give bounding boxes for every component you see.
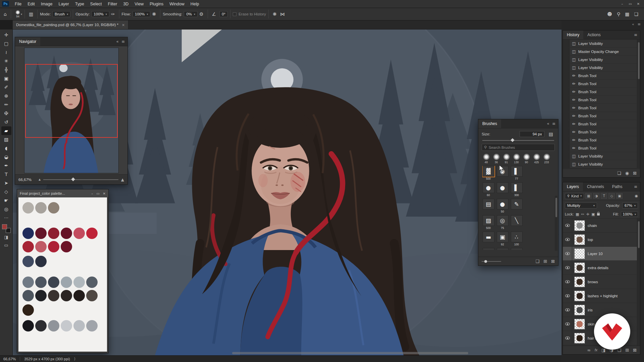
- recent-brush[interactable]: 130: [512, 154, 521, 164]
- color-swatch[interactable]: [86, 290, 98, 301]
- history-source-well[interactable]: [563, 128, 570, 136]
- fill-select[interactable]: 100% ▾: [621, 212, 638, 217]
- layer-thumbnail[interactable]: [574, 277, 585, 287]
- tab-navigator[interactable]: Navigator: [15, 37, 40, 46]
- layer-visibility-toggle[interactable]: [563, 233, 572, 246]
- menu-item[interactable]: Image: [38, 0, 56, 8]
- color-swatch[interactable]: [35, 228, 47, 239]
- lock-transparency-icon[interactable]: ▦: [576, 212, 579, 217]
- brush-preset-tile[interactable]: ▨: [483, 215, 494, 226]
- history-step[interactable]: ◫ Master Opacity Change: [563, 48, 640, 56]
- layer-name[interactable]: brows: [588, 280, 637, 284]
- zoom-in-icon[interactable]: ▲: [121, 177, 124, 182]
- brush-preset-tile[interactable]: ▣: [497, 232, 508, 242]
- layers-scrollbar[interactable]: [637, 219, 640, 346]
- history-source-well[interactable]: [563, 40, 570, 47]
- layer-thumbnail[interactable]: [574, 305, 585, 315]
- brush-tool[interactable]: ✏: [1, 100, 11, 109]
- brush-preset[interactable]: ╲: [511, 215, 523, 230]
- brush-preset[interactable]: ◎ 75: [496, 215, 508, 230]
- blend-mode-select[interactable]: Multiply ▾: [565, 202, 597, 208]
- brush-search-input[interactable]: ⚲ Search Brushes: [482, 144, 555, 151]
- history-brush-tool[interactable]: ↺: [1, 118, 11, 126]
- dock-menu-icon[interactable]: ≡: [638, 22, 641, 26]
- layer-visibility-toggle[interactable]: [563, 261, 572, 275]
- menu-item[interactable]: Layer: [55, 0, 72, 8]
- layer-row[interactable]: 8 top: [563, 233, 640, 247]
- brush-preset-tile[interactable]: ∵: [511, 248, 523, 250]
- layer-row[interactable]: 8 chain: [563, 219, 640, 233]
- menu-item[interactable]: Select: [87, 0, 105, 8]
- share-user-icon[interactable]: ☻: [605, 11, 614, 17]
- color-swatch[interactable]: [73, 320, 85, 331]
- tab-actions[interactable]: Actions: [583, 31, 604, 39]
- mode-select[interactable]: Brush ▾: [52, 11, 70, 17]
- navigator-zoom-value[interactable]: 66,67%: [18, 178, 36, 182]
- history-step[interactable]: ◫ Layer Visibility: [563, 160, 640, 168]
- healing-brush-tool[interactable]: ⊕: [1, 92, 11, 100]
- quick-mask-icon[interactable]: ◨: [1, 233, 11, 241]
- close-icon[interactable]: ✕: [635, 0, 642, 8]
- edit-toolbar-icon[interactable]: ⋯: [1, 214, 11, 222]
- color-swatch[interactable]: [22, 290, 34, 301]
- pen-tool[interactable]: ✒: [1, 161, 11, 170]
- zoom-out-icon[interactable]: ▲: [39, 178, 41, 181]
- layer-opacity-select[interactable]: 67% ▾: [622, 202, 638, 208]
- color-swatch[interactable]: [22, 304, 34, 316]
- erase-to-history-checkbox[interactable]: [233, 12, 236, 16]
- airbrush-icon[interactable]: ❋: [150, 11, 158, 17]
- filter-adjustment-icon[interactable]: ◑: [593, 193, 599, 199]
- history-source-well[interactable]: [563, 104, 570, 112]
- color-swatch[interactable]: [48, 320, 59, 331]
- tab-history[interactable]: History: [563, 31, 583, 39]
- color-swatch[interactable]: [22, 320, 34, 331]
- eraser-tool[interactable]: ▰: [1, 126, 11, 135]
- recent-brush[interactable]: 425: [532, 154, 541, 164]
- recent-brush[interactable]: 91: [502, 154, 511, 164]
- color-swatch[interactable]: [48, 277, 59, 288]
- filter-shape-icon[interactable]: ◇: [608, 193, 615, 199]
- history-source-well[interactable]: [563, 112, 570, 120]
- color-swatch[interactable]: [61, 290, 72, 301]
- history-source-well[interactable]: [563, 88, 570, 96]
- recent-brush[interactable]: 90: [522, 154, 531, 164]
- link-layers-icon[interactable]: ∞: [587, 348, 591, 353]
- history-step[interactable]: ✏ Brush Tool: [563, 144, 640, 152]
- chevron-down-icon[interactable]: ▾: [21, 13, 22, 16]
- color-swatch[interactable]: [86, 228, 98, 239]
- layer-visibility-toggle[interactable]: [563, 303, 572, 317]
- layer-visibility-toggle[interactable]: [563, 219, 572, 232]
- history-step[interactable]: ◫ Layer Visibility: [563, 56, 640, 64]
- color-swatch[interactable]: [35, 202, 47, 214]
- menu-item[interactable]: 3D: [120, 0, 131, 8]
- hand-tool[interactable]: ☛: [1, 196, 11, 205]
- filter-pixel-icon[interactable]: ▦: [585, 193, 592, 199]
- minimize-icon[interactable]: –: [619, 0, 626, 8]
- filter-toggle-icon[interactable]: ◉: [635, 194, 638, 198]
- layer-name[interactable]: extra details: [588, 266, 637, 270]
- new-snapshot-icon[interactable]: ◉: [625, 171, 629, 176]
- brush-preset-tile[interactable]: ◎: [497, 215, 508, 226]
- history-source-well[interactable]: [563, 56, 570, 63]
- brush-preset[interactable]: ▌ 77: [511, 166, 523, 180]
- color-swatch[interactable]: [73, 228, 85, 239]
- wand-tool[interactable]: ✳: [1, 57, 11, 65]
- brush-preset[interactable]: ●: [496, 182, 508, 197]
- lock-paint-icon[interactable]: ✏: [581, 212, 584, 217]
- collapse-icon[interactable]: «: [547, 121, 549, 126]
- canvas-horizontal-scrollbar[interactable]: [232, 352, 468, 354]
- brush-preset-tile[interactable]: ✎: [511, 199, 523, 209]
- color-swatch[interactable]: [35, 277, 47, 288]
- airbrush-toggle-icon[interactable]: ❋: [271, 11, 278, 17]
- lasso-tool[interactable]: ≀: [1, 48, 11, 57]
- brush-preset[interactable]: ▓ 500: [482, 166, 494, 180]
- color-swatch[interactable]: [22, 256, 34, 267]
- history-step[interactable]: ✏ Brush Tool: [563, 120, 640, 128]
- delete-state-icon[interactable]: ⊠: [633, 171, 637, 176]
- brush-preset-tile[interactable]: ●: [497, 199, 508, 209]
- layer-visibility-toggle[interactable]: [563, 247, 572, 260]
- layer-visibility-toggle[interactable]: [563, 289, 572, 303]
- history-source-well[interactable]: [563, 136, 570, 144]
- panel-menu-icon[interactable]: ≡: [552, 121, 555, 126]
- erase-to-history-option[interactable]: Erase to History: [233, 12, 266, 16]
